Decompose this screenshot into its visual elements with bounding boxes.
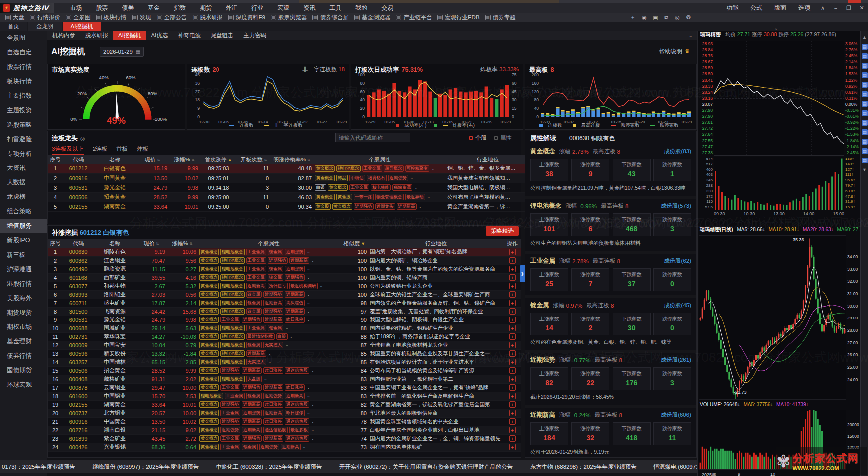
col-header-名称[interactable]: 名称 [94, 155, 136, 164]
stock-tag[interactable]: 近期新高 [289, 257, 309, 264]
menu-item-资讯[interactable]: 资讯 [296, 4, 322, 12]
stock-tag[interactable]: 最近多板 [289, 427, 309, 433]
add-button[interactable]: ＋ [509, 266, 516, 272]
menu-item-股票[interactable]: 股票 [89, 4, 115, 12]
stock-tag[interactable]: 锂电池概念 [220, 342, 245, 348]
stock-tag[interactable]: 通达信热股 [263, 427, 288, 433]
col-header-涨幅%[interactable]: 涨幅% ⇅ [167, 239, 198, 248]
info-icon[interactable]: ◎ [80, 135, 85, 141]
tab-金龙羽[interactable]: 金龙羽 [28, 22, 62, 31]
titlebar-menu-功能[interactable]: 功能 [720, 4, 744, 12]
settings-icon[interactable]: ❂ [686, 14, 691, 21]
stock-tag[interactable]: 培育钻石 [367, 175, 387, 181]
sidebar-item-增值服务[interactable]: 增值服务 [0, 219, 47, 233]
stock-tag[interactable]: 黄金概念 [199, 333, 219, 340]
add-button[interactable]: ＋ [509, 418, 516, 425]
stock-tag[interactable]: 黄金概念 [315, 194, 335, 200]
filter-tab-首板[interactable]: 首板 [116, 145, 128, 155]
chevron-down-icon[interactable]: ⌄ [311, 258, 315, 263]
stock-tag[interactable]: 黄金概念 [199, 384, 219, 391]
chevron-down-icon[interactable]: ⌄ [307, 309, 310, 314]
stock-tag[interactable]: 通达信热股 [285, 435, 309, 442]
col-header-序号[interactable]: 序号 [48, 155, 63, 164]
sort-icon[interactable]: ⇅ [188, 242, 192, 246]
stock-tag[interactable]: 近期强势 [259, 444, 279, 450]
stock-tag[interactable]: 黄金概念 [199, 435, 219, 442]
add-button[interactable]: ＋ [509, 435, 516, 442]
sidebar-item-主题投资[interactable]: 主题投资 [0, 103, 47, 118]
scroll-down-icon[interactable]: ▼ [862, 167, 868, 173]
constituents-link[interactable]: 成份股(62) [664, 257, 691, 265]
stock-tag[interactable]: 近期强势 [354, 203, 374, 210]
toolbar-item-深度资料F9[interactable]: ▦深度资料F9 [228, 14, 265, 21]
sidebar-item-新三板[interactable]: 新三板 [0, 248, 47, 262]
shortcut-icon[interactable]: ▤ [862, 139, 868, 145]
col-header-序号[interactable]: 序号 [48, 239, 63, 248]
chevron-down-icon[interactable]: ⌄ [311, 419, 315, 424]
add-button[interactable]: ＋ [509, 333, 516, 340]
stock-tag[interactable]: 近期新高 [263, 317, 283, 323]
stock-tag[interactable]: 镍金属 [246, 308, 262, 315]
radio-stock[interactable]: 个股 [469, 134, 487, 142]
sidebar-item-全景图[interactable]: 全景图 [0, 31, 47, 45]
add-button[interactable]: ＋ [509, 444, 516, 450]
stock-tag[interactable]: 高贝塔值 [285, 300, 305, 306]
stock-tag[interactable]: 核电核能 [371, 184, 391, 191]
add-button[interactable]: ＋ [509, 325, 516, 331]
table-row[interactable]: 1000630铜陵有色9.1910.06黄金概念锂电池概念工业金属镍金属近期强势… [48, 248, 521, 256]
filter-tab-炸板[interactable]: 炸板 [137, 145, 148, 155]
shortcut-icon[interactable]: ▤ [862, 148, 868, 154]
menu-item-我的[interactable]: 我的 [348, 4, 374, 12]
sidebar-item-大资讯[interactable]: 大资讯 [0, 161, 47, 175]
stock-tag[interactable]: 黄金概念 [199, 325, 219, 331]
stock-tag[interactable]: 黄金概念 [199, 257, 219, 264]
sidebar-item-沪深港通[interactable]: 沪深港通 [0, 262, 47, 277]
stock-tag[interactable]: 黄金概念 [199, 427, 219, 433]
stock-tag[interactable]: 近期强势 [220, 367, 240, 374]
stock-tag[interactable]: 可控核聚变 [405, 165, 430, 172]
stock-tag[interactable]: 黄金概念 [199, 418, 219, 425]
stock-tag[interactable]: 黄金概念 [199, 367, 219, 374]
stock-tag[interactable]: 黄金概念 [199, 376, 219, 382]
table-row[interactable]: 2600362江西铜业70.479.56黄金概念锂电池概念工业金属近期强势近期新… [48, 256, 521, 265]
stock-tag[interactable]: 昨日涨停 [263, 367, 283, 374]
chevron-down-icon[interactable]: ⌄ [307, 267, 310, 271]
stock-tag[interactable]: 黄金概念 [199, 410, 219, 416]
stock-tag[interactable]: 通达信热股 [285, 367, 309, 374]
subtab-脱水研报[interactable]: 脱水研报 [80, 31, 113, 40]
stock-tag[interactable]: 锂电池概念 [220, 325, 245, 331]
restore-icon[interactable]: ❐ [842, 5, 855, 11]
subtab-主力密码[interactable]: 主力密码 [238, 31, 271, 40]
stock-tag[interactable]: 大盘股 [246, 376, 262, 382]
sidebar-item-大数据[interactable]: 大数据 [0, 175, 47, 190]
stock-tag[interactable]: 白银 [315, 184, 326, 191]
add-button[interactable]: ＋ [509, 401, 516, 408]
stock-tag[interactable]: 中特估 [349, 175, 365, 181]
intraday-chart[interactable] [714, 41, 844, 156]
sidebar-item-环球宏观[interactable]: 环球宏观 [0, 378, 47, 392]
stock-tag[interactable]: 近期新高 [263, 384, 283, 391]
menu-item-行业[interactable]: 行业 [244, 4, 270, 12]
chevron-down-icon[interactable]: ⌄ [311, 368, 315, 373]
sort-icon[interactable]: ⇅ [263, 158, 267, 162]
stock-tag[interactable]: 物业管理概念 [375, 194, 404, 200]
stock-tag[interactable]: 锂电池概念 [220, 376, 245, 382]
shortcut-icon[interactable]: ▤ [862, 53, 868, 59]
stock-tag[interactable]: 近期强势 [242, 435, 262, 442]
sidebar-item-专项分析[interactable]: 专项分析 [0, 147, 47, 161]
shortcut-icon[interactable]: ▤ [862, 91, 868, 97]
sidebar-item-期货现货[interactable]: 期货现货 [0, 306, 47, 320]
stock-tag[interactable]: 通达信热股 [285, 418, 309, 425]
menu-item-工具[interactable]: 工具 [322, 4, 348, 12]
stock-tag[interactable]: 近期强势 [268, 257, 288, 264]
stock-tag[interactable]: 黄金概念 [199, 308, 219, 315]
toolbar-item-产业链平台[interactable]: ▦产业链平台 [396, 14, 432, 21]
stock-tag[interactable]: 最近情绪指数 [246, 333, 275, 340]
chevron-down-icon[interactable]: ⌄ [307, 301, 310, 305]
stock-tag[interactable]: 锂电池概念 [336, 165, 361, 172]
chevron-down-icon[interactable]: ⌄ [307, 292, 310, 297]
table-row[interactable]: 16000408藏格矿业91.312.02黄金概念锂电池概念大盘股⌄83国内钾肥… [48, 375, 521, 383]
buzhang-stock-link[interactable]: 601212 白银有色 [80, 229, 129, 236]
tabs-chevron-icon[interactable]: ⌄ [774, 25, 778, 31]
stock-tag[interactable]: 工业金属 [225, 393, 245, 399]
